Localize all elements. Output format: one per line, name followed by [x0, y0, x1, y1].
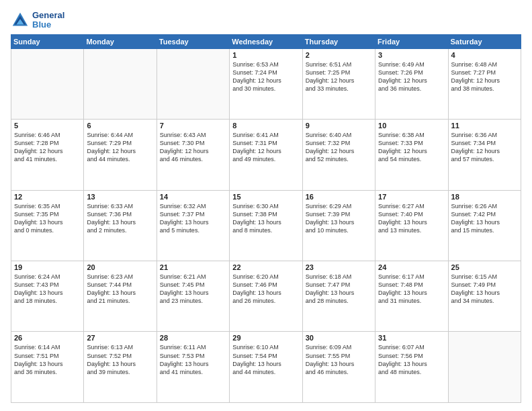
calendar-cell: 5Sunrise: 6:46 AM Sunset: 7:28 PM Daylig… [11, 120, 84, 190]
day-number: 30 [306, 334, 372, 342]
calendar-cell: 3Sunrise: 6:49 AM Sunset: 7:26 PM Daylig… [375, 48, 448, 119]
day-number: 9 [306, 122, 372, 130]
calendar-cell: 2Sunrise: 6:51 AM Sunset: 7:25 PM Daylig… [302, 48, 375, 119]
cell-info: Sunrise: 6:09 AM Sunset: 7:55 PM Dayligh… [306, 343, 372, 376]
calendar-cell: 17Sunrise: 6:27 AM Sunset: 7:40 PM Dayli… [375, 190, 448, 261]
calendar-cell: 31Sunrise: 6:07 AM Sunset: 7:56 PM Dayli… [375, 332, 448, 403]
calendar-cell: 6Sunrise: 6:44 AM Sunset: 7:29 PM Daylig… [84, 120, 157, 190]
day-number: 23 [306, 263, 372, 271]
week-row-3: 12Sunrise: 6:35 AM Sunset: 7:35 PM Dayli… [11, 190, 521, 261]
weekday-header-tuesday: Tuesday [157, 34, 229, 48]
calendar-cell: 24Sunrise: 6:17 AM Sunset: 7:48 PM Dayli… [375, 261, 448, 332]
cell-info: Sunrise: 6:51 AM Sunset: 7:25 PM Dayligh… [306, 60, 372, 93]
day-number: 3 [378, 51, 445, 59]
cell-info: Sunrise: 6:35 AM Sunset: 7:35 PM Dayligh… [14, 202, 81, 235]
calendar-cell [157, 48, 229, 119]
day-number: 7 [160, 122, 226, 130]
weekday-header-friday: Friday [375, 34, 448, 48]
calendar-cell: 7Sunrise: 6:43 AM Sunset: 7:30 PM Daylig… [157, 120, 229, 190]
day-number: 6 [87, 122, 153, 130]
page: General Blue SundayMondayTuesdayWednesda… [0, 0, 532, 411]
logo-icon [11, 11, 30, 30]
cell-info: Sunrise: 6:18 AM Sunset: 7:47 PM Dayligh… [306, 273, 372, 306]
day-number: 4 [451, 51, 518, 59]
cell-info: Sunrise: 6:10 AM Sunset: 7:54 PM Dayligh… [232, 343, 299, 376]
day-number: 31 [378, 334, 445, 342]
cell-info: Sunrise: 6:14 AM Sunset: 7:51 PM Dayligh… [14, 343, 81, 376]
calendar-cell: 29Sunrise: 6:10 AM Sunset: 7:54 PM Dayli… [230, 332, 302, 403]
cell-info: Sunrise: 6:20 AM Sunset: 7:46 PM Dayligh… [232, 273, 299, 306]
day-number: 13 [87, 193, 153, 201]
calendar-cell: 21Sunrise: 6:21 AM Sunset: 7:45 PM Dayli… [157, 261, 229, 332]
cell-info: Sunrise: 6:15 AM Sunset: 7:49 PM Dayligh… [451, 273, 518, 306]
calendar-cell: 10Sunrise: 6:38 AM Sunset: 7:33 PM Dayli… [375, 120, 448, 190]
day-number: 16 [306, 193, 372, 201]
calendar-cell: 20Sunrise: 6:23 AM Sunset: 7:44 PM Dayli… [84, 261, 157, 332]
calendar-cell: 8Sunrise: 6:41 AM Sunset: 7:31 PM Daylig… [230, 120, 302, 190]
cell-info: Sunrise: 6:33 AM Sunset: 7:36 PM Dayligh… [87, 202, 153, 235]
calendar-cell: 23Sunrise: 6:18 AM Sunset: 7:47 PM Dayli… [302, 261, 375, 332]
day-number: 25 [451, 263, 518, 271]
calendar-cell: 22Sunrise: 6:20 AM Sunset: 7:46 PM Dayli… [230, 261, 302, 332]
day-number: 21 [160, 263, 226, 271]
weekday-header-sunday: Sunday [11, 34, 84, 48]
logo-text: General Blue [32, 11, 64, 30]
weekday-header-thursday: Thursday [302, 34, 375, 48]
cell-info: Sunrise: 6:32 AM Sunset: 7:37 PM Dayligh… [160, 202, 226, 235]
cell-info: Sunrise: 6:41 AM Sunset: 7:31 PM Dayligh… [232, 131, 299, 164]
day-number: 2 [306, 51, 372, 59]
day-number: 17 [378, 193, 445, 201]
day-number: 27 [87, 334, 153, 342]
week-row-4: 19Sunrise: 6:24 AM Sunset: 7:43 PM Dayli… [11, 261, 521, 332]
cell-info: Sunrise: 6:11 AM Sunset: 7:53 PM Dayligh… [160, 343, 226, 376]
day-number: 22 [232, 263, 299, 271]
calendar-table: SundayMondayTuesdayWednesdayThursdayFrid… [11, 34, 521, 403]
cell-info: Sunrise: 6:40 AM Sunset: 7:32 PM Dayligh… [306, 131, 372, 164]
weekday-header-wednesday: Wednesday [230, 34, 302, 48]
weekday-header-saturday: Saturday [448, 34, 521, 48]
day-number: 18 [451, 193, 518, 201]
week-row-1: 1Sunrise: 6:53 AM Sunset: 7:24 PM Daylig… [11, 48, 521, 119]
calendar-cell: 18Sunrise: 6:26 AM Sunset: 7:42 PM Dayli… [448, 190, 521, 261]
day-number: 14 [160, 193, 226, 201]
day-number: 28 [160, 334, 226, 342]
day-number: 20 [87, 263, 153, 271]
cell-info: Sunrise: 6:23 AM Sunset: 7:44 PM Dayligh… [87, 273, 153, 306]
calendar-cell: 15Sunrise: 6:30 AM Sunset: 7:38 PM Dayli… [230, 190, 302, 261]
day-number: 10 [378, 122, 445, 130]
day-number: 8 [232, 122, 299, 130]
day-number: 24 [378, 263, 445, 271]
cell-info: Sunrise: 6:21 AM Sunset: 7:45 PM Dayligh… [160, 273, 226, 306]
cell-info: Sunrise: 6:24 AM Sunset: 7:43 PM Dayligh… [14, 273, 81, 306]
day-number: 12 [14, 193, 81, 201]
cell-info: Sunrise: 6:36 AM Sunset: 7:34 PM Dayligh… [451, 131, 518, 164]
calendar-cell: 16Sunrise: 6:29 AM Sunset: 7:39 PM Dayli… [302, 190, 375, 261]
cell-info: Sunrise: 6:38 AM Sunset: 7:33 PM Dayligh… [378, 131, 445, 164]
calendar-cell: 1Sunrise: 6:53 AM Sunset: 7:24 PM Daylig… [230, 48, 302, 119]
calendar-cell: 11Sunrise: 6:36 AM Sunset: 7:34 PM Dayli… [448, 120, 521, 190]
header: General Blue [11, 8, 521, 30]
weekday-header-row: SundayMondayTuesdayWednesdayThursdayFrid… [11, 34, 521, 48]
calendar-cell [448, 332, 521, 403]
cell-info: Sunrise: 6:48 AM Sunset: 7:27 PM Dayligh… [451, 60, 518, 93]
cell-info: Sunrise: 6:53 AM Sunset: 7:24 PM Dayligh… [232, 60, 299, 93]
logo: General Blue [11, 11, 64, 30]
cell-info: Sunrise: 6:17 AM Sunset: 7:48 PM Dayligh… [378, 273, 445, 306]
calendar-cell: 9Sunrise: 6:40 AM Sunset: 7:32 PM Daylig… [302, 120, 375, 190]
day-number: 11 [451, 122, 518, 130]
cell-info: Sunrise: 6:43 AM Sunset: 7:30 PM Dayligh… [160, 131, 226, 164]
day-number: 15 [232, 193, 299, 201]
day-number: 19 [14, 263, 81, 271]
calendar-cell: 26Sunrise: 6:14 AM Sunset: 7:51 PM Dayli… [11, 332, 84, 403]
calendar-cell: 4Sunrise: 6:48 AM Sunset: 7:27 PM Daylig… [448, 48, 521, 119]
cell-info: Sunrise: 6:49 AM Sunset: 7:26 PM Dayligh… [378, 60, 445, 93]
calendar-cell: 13Sunrise: 6:33 AM Sunset: 7:36 PM Dayli… [84, 190, 157, 261]
cell-info: Sunrise: 6:29 AM Sunset: 7:39 PM Dayligh… [306, 202, 372, 235]
weekday-header-monday: Monday [84, 34, 157, 48]
calendar-cell: 12Sunrise: 6:35 AM Sunset: 7:35 PM Dayli… [11, 190, 84, 261]
calendar-cell: 19Sunrise: 6:24 AM Sunset: 7:43 PM Dayli… [11, 261, 84, 332]
day-number: 26 [14, 334, 81, 342]
calendar-cell: 25Sunrise: 6:15 AM Sunset: 7:49 PM Dayli… [448, 261, 521, 332]
calendar-cell: 14Sunrise: 6:32 AM Sunset: 7:37 PM Dayli… [157, 190, 229, 261]
week-row-5: 26Sunrise: 6:14 AM Sunset: 7:51 PM Dayli… [11, 332, 521, 403]
